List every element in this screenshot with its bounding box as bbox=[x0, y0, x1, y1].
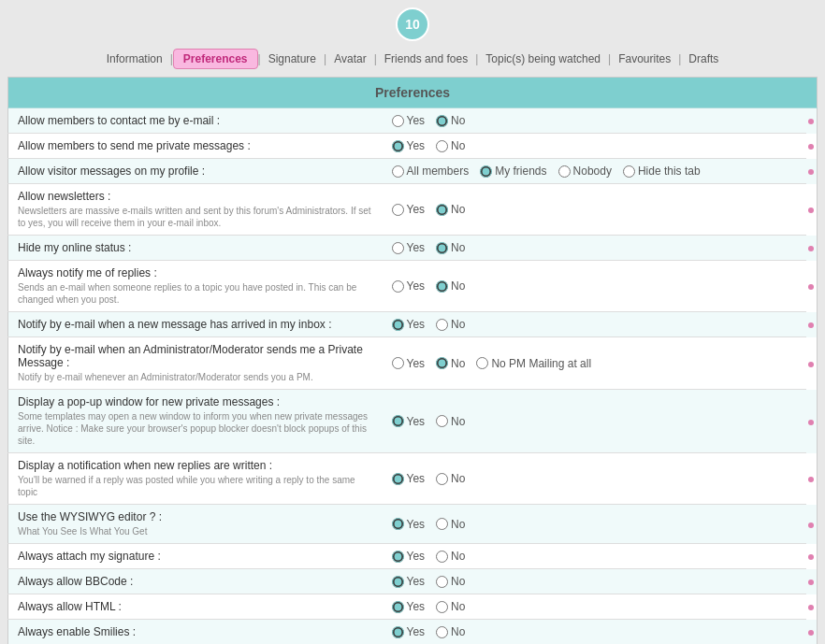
top-nav: 10 Information | Preferences | Signature… bbox=[7, 7, 818, 77]
table-row: Always notify me of replies : Sends an e… bbox=[8, 261, 818, 312]
control-popup-pm: Yes No bbox=[383, 390, 806, 453]
table-row: Allow members to contact me by e-mail : … bbox=[8, 108, 818, 134]
nav-favourites[interactable]: Favourites bbox=[611, 50, 678, 67]
label-send-pm: Allow members to send me private message… bbox=[8, 134, 383, 159]
radio-html-no[interactable]: No bbox=[436, 600, 465, 613]
label-bbcode: Always allow BBCode : bbox=[8, 569, 383, 594]
label-notify-inbox: Notify by e-mail when a new message has … bbox=[8, 312, 383, 337]
radio-visitor-friends[interactable]: My friends bbox=[480, 165, 546, 178]
label-notify-admin-pm-sub: Notify by e-mail whenever an Administrat… bbox=[18, 371, 373, 383]
radio-attach-sig-yes[interactable]: Yes bbox=[392, 550, 426, 563]
radio-attach-sig-no[interactable]: No bbox=[436, 550, 465, 563]
radio-notify-inbox-no[interactable]: No bbox=[436, 318, 465, 331]
radio-notif-new-replies-no[interactable]: No bbox=[436, 472, 465, 485]
table-row: Notify by e-mail when a new message has … bbox=[8, 312, 818, 337]
label-newsletters: Allow newsletters : Newsletters are mass… bbox=[8, 184, 383, 236]
radio-smilies-no[interactable]: No bbox=[436, 625, 465, 638]
nav-information[interactable]: Information bbox=[99, 50, 170, 67]
control-smilies: Yes No bbox=[383, 620, 806, 645]
radio-contact-email-yes[interactable]: Yes bbox=[392, 114, 426, 127]
radio-newsletters-yes[interactable]: Yes bbox=[392, 203, 426, 216]
radio-notify-replies-yes[interactable]: Yes bbox=[392, 279, 426, 293]
nav-links: Information | Preferences | Signature | … bbox=[7, 49, 818, 69]
radio-visitor-nobody[interactable]: Nobody bbox=[558, 165, 612, 178]
control-wysiwyg: Yes No bbox=[383, 505, 806, 544]
radio-notif-new-replies-yes[interactable]: Yes bbox=[392, 472, 426, 485]
table-row: Hide my online status : Yes No bbox=[8, 236, 818, 261]
radio-hide-status-yes[interactable]: Yes bbox=[392, 241, 426, 254]
nav-signature[interactable]: Signature bbox=[261, 50, 324, 67]
label-notif-new-replies: Display a notification when new replies … bbox=[8, 453, 383, 505]
label-smilies: Always enable Smilies : bbox=[8, 620, 383, 645]
radio-html-yes[interactable]: Yes bbox=[392, 600, 426, 613]
radio-popup-pm-no[interactable]: No bbox=[436, 415, 465, 428]
control-contact-email: Yes No bbox=[383, 108, 806, 134]
control-notify-inbox: Yes No bbox=[383, 312, 806, 337]
control-notify-replies: Yes No bbox=[383, 261, 806, 312]
preferences-table: Preferences Allow members to contact me … bbox=[7, 77, 818, 644]
radio-smilies-yes[interactable]: Yes bbox=[392, 625, 426, 638]
radio-notify-admin-pm-mailing[interactable]: No PM Mailing at all bbox=[476, 357, 591, 370]
radio-notify-replies-no[interactable]: No bbox=[436, 279, 465, 293]
nav-friends-foes[interactable]: Friends and foes bbox=[377, 50, 475, 67]
radio-wysiwyg-yes[interactable]: Yes bbox=[392, 518, 426, 531]
table-header-title: Preferences bbox=[8, 78, 818, 108]
table-row: Always attach my signature : Yes No bbox=[8, 544, 818, 569]
label-notify-replies-sub: Sends an e-mail when someone replies to … bbox=[18, 281, 373, 306]
logo: 10 bbox=[396, 7, 429, 41]
table-row: Use the WYSIWYG editor ? : What You See … bbox=[8, 505, 818, 544]
table-row: Allow newsletters : Newsletters are mass… bbox=[8, 184, 818, 236]
nav-preferences[interactable]: Preferences bbox=[173, 49, 258, 69]
radio-bbcode-yes[interactable]: Yes bbox=[392, 575, 426, 588]
nav-avatar[interactable]: Avatar bbox=[326, 50, 373, 67]
radio-send-pm-yes[interactable]: Yes bbox=[392, 139, 426, 152]
control-visitor-messages: All members My friends Nobody Hide this … bbox=[383, 159, 806, 184]
radio-contact-email-no[interactable]: No bbox=[436, 114, 465, 127]
label-popup-pm: Display a pop-up window for new private … bbox=[8, 390, 383, 453]
label-html: Always allow HTML : bbox=[8, 594, 383, 620]
control-bbcode: Yes No bbox=[383, 569, 806, 594]
radio-notify-admin-pm-no[interactable]: No bbox=[436, 357, 465, 370]
radio-newsletters-no[interactable]: No bbox=[436, 203, 465, 216]
radio-popup-pm-yes[interactable]: Yes bbox=[392, 415, 426, 428]
control-hide-status: Yes No bbox=[383, 236, 806, 261]
control-newsletters: Yes No bbox=[383, 184, 806, 236]
control-notify-admin-pm: Yes No No PM Mailing at all bbox=[383, 337, 806, 390]
control-notif-new-replies: Yes No bbox=[383, 453, 806, 505]
table-row: Allow visitor messages on my profile : A… bbox=[8, 159, 818, 184]
label-wysiwyg-sub: What You See Is What You Get bbox=[18, 525, 373, 537]
label-attach-sig: Always attach my signature : bbox=[8, 544, 383, 569]
radio-bbcode-no[interactable]: No bbox=[436, 575, 465, 588]
radio-visitor-hidetab[interactable]: Hide this tab bbox=[623, 165, 701, 178]
label-popup-pm-sub: Some templates may open a new window to … bbox=[18, 410, 373, 447]
nav-topics-watched[interactable]: Topic(s) being watched bbox=[478, 50, 608, 67]
label-notify-admin-pm: Notify by e-mail when an Administrator/M… bbox=[8, 337, 383, 390]
table-row: Display a pop-up window for new private … bbox=[8, 390, 818, 453]
label-contact-email: Allow members to contact me by e-mail : bbox=[8, 108, 383, 134]
control-send-pm: Yes No bbox=[383, 134, 806, 159]
control-attach-sig: Yes No bbox=[383, 544, 806, 569]
radio-wysiwyg-no[interactable]: No bbox=[436, 518, 465, 531]
radio-notify-admin-pm-yes[interactable]: Yes bbox=[392, 357, 426, 370]
label-visitor-messages: Allow visitor messages on my profile : bbox=[8, 159, 383, 184]
radio-hide-status-no[interactable]: No bbox=[436, 241, 465, 254]
label-notif-new-replies-sub: You'll be warned if a reply was posted w… bbox=[18, 474, 373, 498]
table-row: Allow members to send me private message… bbox=[8, 134, 818, 159]
table-row: Always enable Smilies : Yes No bbox=[8, 620, 818, 645]
control-html: Yes No bbox=[383, 594, 806, 620]
table-row: Always allow HTML : Yes No bbox=[8, 594, 818, 620]
radio-send-pm-no[interactable]: No bbox=[436, 139, 465, 152]
label-hide-status: Hide my online status : bbox=[8, 236, 383, 261]
label-wysiwyg: Use the WYSIWYG editor ? : What You See … bbox=[8, 505, 383, 544]
radio-notify-inbox-yes[interactable]: Yes bbox=[392, 318, 426, 331]
label-notify-replies: Always notify me of replies : Sends an e… bbox=[8, 261, 383, 312]
label-newsletters-sub: Newsletters are massive e-mails written … bbox=[18, 205, 373, 229]
radio-visitor-all[interactable]: All members bbox=[392, 165, 470, 178]
nav-drafts[interactable]: Drafts bbox=[681, 50, 726, 67]
table-header-row: Preferences bbox=[8, 78, 818, 108]
table-row: Notify by e-mail when an Administrator/M… bbox=[8, 337, 818, 390]
table-row: Display a notification when new replies … bbox=[8, 453, 818, 505]
table-row: Always allow BBCode : Yes No bbox=[8, 569, 818, 594]
